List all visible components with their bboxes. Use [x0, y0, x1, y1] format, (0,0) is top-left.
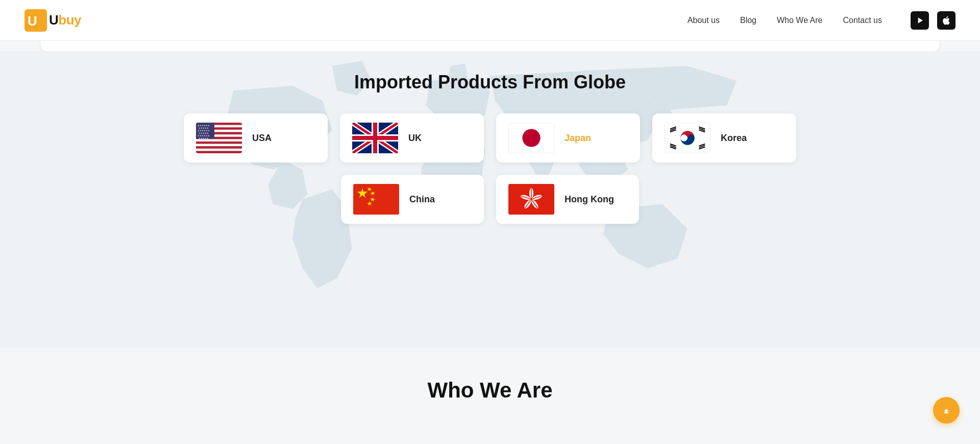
who-section: Who We Are: [0, 347, 980, 423]
scroll-to-top[interactable]: [933, 397, 960, 424]
country-card-korea[interactable]: Korea: [652, 113, 796, 162]
logo-text: Ubuy: [49, 12, 81, 28]
flag-china: [353, 184, 399, 215]
country-card-uk[interactable]: UK: [340, 113, 484, 162]
site-header: U Ubuy About us Blog Who We Are Contact …: [0, 0, 980, 41]
nav-about[interactable]: About us: [688, 16, 720, 25]
svg-text:U: U: [28, 13, 37, 29]
country-name-hongkong: Hong Kong: [565, 194, 614, 205]
svg-rect-23: [352, 136, 398, 140]
svg-point-31: [686, 133, 690, 136]
countries-grid: ★★★★★★ ★★★★★ ★★★★★★ ★★★★★ ★★★★★★ ★★★★★ U…: [184, 113, 796, 224]
nav-blog[interactable]: Blog: [740, 16, 756, 25]
country-card-hongkong[interactable]: Hong Kong: [496, 175, 639, 224]
who-title: Who We Are: [41, 378, 939, 403]
svg-point-25: [522, 129, 540, 147]
nav-who[interactable]: Who We Are: [777, 16, 823, 25]
svg-rect-54: [531, 189, 532, 198]
android-icon[interactable]: [911, 11, 929, 30]
flag-korea: [665, 123, 710, 153]
svg-text:★★★★★: ★★★★★: [199, 137, 209, 139]
country-name-china: China: [409, 194, 435, 205]
svg-rect-7: [196, 149, 242, 151]
flag-hk: [508, 184, 554, 215]
country-name-uk: UK: [408, 133, 422, 144]
svg-rect-6: [196, 144, 242, 147]
apple-icon[interactable]: [937, 11, 955, 30]
country-card-usa[interactable]: ★★★★★★ ★★★★★ ★★★★★★ ★★★★★ ★★★★★★ ★★★★★ U…: [184, 113, 328, 162]
top-card-bar: [41, 41, 939, 51]
flag-uk: [352, 123, 398, 153]
flag-usa: ★★★★★★ ★★★★★ ★★★★★★ ★★★★★ ★★★★★★ ★★★★★: [196, 123, 242, 153]
globe-section: Imported Products From Globe: [0, 51, 980, 347]
country-name-korea: Korea: [721, 133, 747, 144]
country-card-japan[interactable]: Japan: [496, 113, 640, 162]
flag-japan: [508, 123, 554, 153]
logo-icon: U: [24, 9, 47, 32]
country-name-japan: Japan: [565, 133, 591, 144]
svg-rect-42: [353, 184, 399, 215]
app-store-icons: [911, 11, 955, 30]
country-card-china[interactable]: China: [341, 175, 484, 224]
bottom-row: China: [184, 175, 796, 224]
section-title: Imported Products From Globe: [41, 72, 939, 93]
main-nav: About us Blog Who We Are Contact us: [688, 11, 955, 30]
nav-contact[interactable]: Contact us: [843, 16, 882, 25]
chevron-up-icon: [940, 404, 952, 416]
svg-point-32: [686, 139, 690, 143]
country-name-usa: USA: [252, 133, 272, 144]
logo[interactable]: U Ubuy: [24, 9, 81, 32]
